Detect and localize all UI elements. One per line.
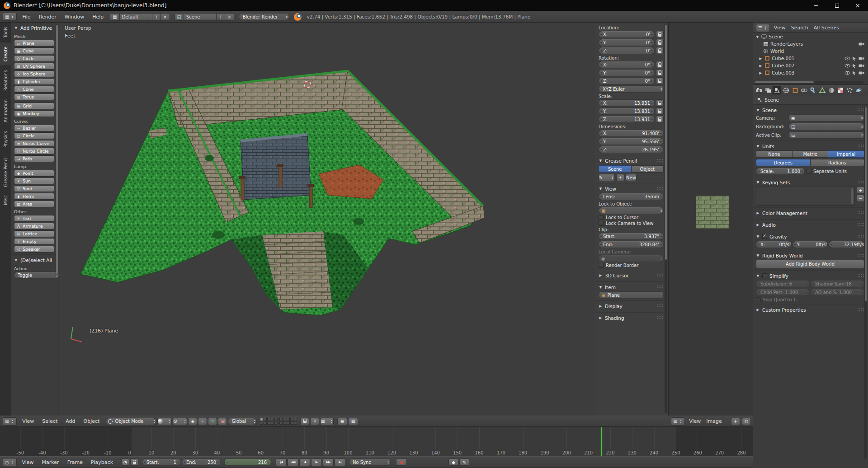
item-name-field[interactable]: ▣Plane [599, 291, 664, 299]
add-nurbs-circle-button[interactable]: ◌Nurbs Circle [14, 148, 54, 154]
skip-quad-checkbox[interactable] [756, 297, 761, 302]
add-empty-button[interactable]: +Empty [14, 238, 54, 245]
play-reverse-button[interactable]: ◀ [299, 459, 310, 466]
add-speaker-button[interactable]: ◁Speaker [14, 246, 54, 253]
layout-delete-button[interactable]: × [161, 13, 170, 21]
image-editor[interactable] [668, 23, 753, 416]
lock-to-cursor-checkbox[interactable] [599, 215, 604, 220]
rotation-y-field[interactable]: ◂Y:0°▸ [599, 69, 655, 76]
viewport-3d[interactable]: User Persp Feet (216) Plane [60, 23, 596, 416]
properties-tab-object[interactable] [791, 86, 799, 94]
renderability-camera-icon[interactable] [859, 64, 864, 68]
custom-properties-panel-header[interactable]: ▶Custom Properties [756, 305, 864, 314]
render-toggle-icon[interactable] [859, 42, 864, 46]
keying-sets-list[interactable] [756, 187, 855, 206]
layout-add-button[interactable]: + [152, 13, 161, 21]
simplify-subdivision-field[interactable]: ◂Subdivision: 6▸ [756, 280, 810, 287]
outliner-row-world[interactable]: World [753, 47, 868, 55]
outliner-display-dropdown[interactable]: All Scenes [811, 25, 841, 31]
lock-frame-button[interactable] [130, 459, 138, 466]
dimensions-x-field[interactable]: ◂X:91.408'▸ [599, 130, 664, 137]
tab-relations[interactable]: Relations [0, 66, 11, 95]
add-path-button[interactable]: →Path [14, 155, 54, 162]
properties-tab-particles[interactable] [845, 86, 854, 94]
active-clip-field[interactable]: ▤▴▾ [788, 131, 864, 139]
viewport-menu-add[interactable]: Add [62, 418, 79, 424]
gp-data-scene-button[interactable]: Scene [599, 165, 631, 173]
menu-help[interactable]: Help [89, 14, 107, 20]
render-border-checkbox[interactable] [599, 263, 604, 268]
add-grid-button[interactable]: ⊞Grid [14, 103, 54, 109]
scale-z-field[interactable]: ◂Z:13.931▸ [599, 116, 655, 123]
outliner-row-renderlayers[interactable]: RenderLayers [753, 40, 868, 47]
outliner-row-scene[interactable]: ▼ Scene [753, 33, 868, 40]
outliner-menu-search[interactable]: Search [789, 25, 811, 31]
maximize-button[interactable] [826, 0, 847, 11]
layers-widget[interactable] [260, 418, 297, 425]
keying-set-add-button[interactable]: + [857, 187, 864, 194]
grease-pencil-panel-header[interactable]: ▼Grease Pencil [599, 156, 664, 165]
add-point-lamp-button[interactable]: ◆Point [14, 170, 54, 177]
location-y-field[interactable]: ◂Y:0'▸ [599, 39, 655, 46]
scale-z-lock-button[interactable] [656, 116, 664, 123]
audio-panel-header[interactable]: ▶Audio [756, 220, 864, 229]
scale-x-lock-button[interactable] [656, 99, 664, 107]
add-circle-button[interactable]: ○Circle [14, 55, 54, 62]
rotation-z-lock-button[interactable] [656, 77, 664, 84]
timeline-menu-marker[interactable]: Marker [38, 459, 63, 465]
add-nurbs-curve-button[interactable]: ≈Nurbs Curve [14, 140, 54, 147]
opengl-render-anim-button[interactable]: ▦ [348, 418, 358, 425]
add-torus-button[interactable]: ◎Torus [14, 94, 54, 100]
add-sun-button[interactable]: ☀Sun [14, 178, 54, 184]
snap-magnet-button[interactable]: ∩ [310, 418, 319, 425]
frame-start-field[interactable]: ◂Start:1▸ [142, 459, 181, 466]
outliner-scrollbar[interactable] [755, 81, 863, 84]
add-plane-button[interactable]: ▱Plane [14, 40, 54, 47]
tab-animation[interactable]: Animation [0, 95, 11, 127]
outliner-editor-type-button[interactable]: ☰▴▾ [756, 24, 770, 32]
use-preview-range-button[interactable]: ◔ [121, 459, 129, 466]
shading-panel-header[interactable]: ▶Shading [599, 314, 664, 322]
minimize-button[interactable] [806, 0, 826, 11]
properties-tab-world[interactable] [782, 86, 790, 94]
pivot-center-dropdown[interactable]: ⊙▴▾ [173, 418, 187, 425]
tab-misc[interactable]: Misc [0, 191, 11, 210]
jump-to-end-button[interactable]: ▶| [335, 459, 345, 466]
timeline-playhead[interactable] [601, 427, 602, 456]
add-uv-sphere-button[interactable]: ◍UV Sphere [14, 63, 54, 70]
rotation-x-field[interactable]: ◂X:0°▸ [599, 61, 655, 68]
add-curve-circle-button[interactable]: ○Circle [14, 132, 54, 139]
simplify-panel-header[interactable]: ▼Simplify [756, 271, 864, 280]
properties-tab-constraints[interactable] [800, 86, 808, 94]
scene-delete-button[interactable]: × [225, 13, 234, 21]
properties-tab-render-layers[interactable] [764, 86, 772, 94]
timeline-menu-view[interactable]: View [19, 459, 38, 465]
scene-name-field[interactable]: Scene [184, 13, 217, 21]
outliner-menu-view[interactable]: View [772, 25, 788, 31]
add-cone-button[interactable]: △Cone [14, 86, 54, 93]
properties-tab-material[interactable] [827, 86, 835, 94]
scene-background-field[interactable]: ◱▴▾ [788, 123, 864, 130]
add-area-button[interactable]: ▤Area [14, 201, 54, 207]
selectability-cursor-icon[interactable] [852, 56, 857, 61]
properties-tab-scene[interactable] [773, 86, 781, 94]
mode-dropdown[interactable]: Object Mode▴▾ [106, 418, 156, 425]
keying-set-remove-button[interactable]: − [857, 195, 864, 202]
image-new-button[interactable]: + [731, 418, 740, 425]
image-editor-type-button[interactable]: ▦▴▾ [671, 417, 685, 426]
item-panel-header[interactable]: ▼Item [599, 283, 664, 291]
menu-window[interactable]: Window [61, 14, 88, 20]
sync-dropdown[interactable]: No Sync▴▾ [349, 459, 391, 466]
viewport-menu-select[interactable]: Select [38, 418, 61, 424]
selectability-cursor-icon[interactable] [852, 63, 857, 68]
location-y-lock-button[interactable] [656, 39, 664, 46]
outliner-row-cube-002[interactable]: ▶ Cube.002 [753, 62, 868, 69]
manipulator-translate-button[interactable]: + [198, 418, 207, 425]
rotation-y-lock-button[interactable] [656, 69, 664, 76]
image-pin-button[interactable]: ◎ [742, 418, 751, 425]
properties-tab-render[interactable] [755, 86, 763, 94]
properties-tab-physics[interactable] [854, 86, 863, 94]
location-x-lock-button[interactable] [656, 31, 664, 38]
add-cube-button[interactable]: ▣Cube [14, 47, 54, 54]
add-cylinder-button[interactable]: ▮Cylinder [14, 78, 54, 85]
